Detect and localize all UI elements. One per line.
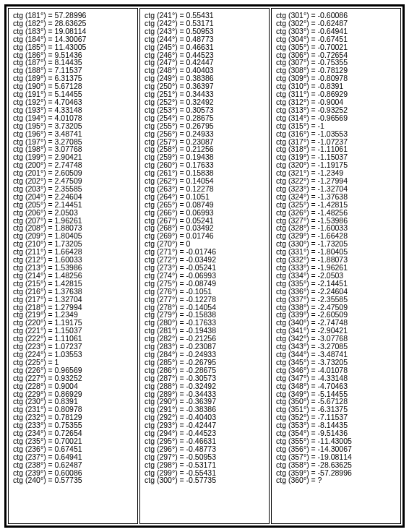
ctg-entry: ctg (305°) = -0.70021 — [276, 43, 396, 51]
ctg-entry: ctg (336°) = -2.24604 — [276, 288, 396, 296]
ctg-entry: ctg (185°) = 11.43005 — [13, 43, 133, 51]
column-3: ctg (301°) = -0.60086ctg (302°) = -0.624… — [271, 8, 401, 524]
ctg-entry: ctg (288°) = -0.32492 — [145, 382, 264, 390]
ctg-entry: ctg (255°) = 0.26795 — [145, 122, 264, 130]
ctg-entry: ctg (227°) = 0.93252 — [13, 374, 133, 382]
column-1: ctg (181°) = 57.28996ctg (182°) = 28.636… — [8, 8, 138, 524]
ctg-entry: ctg (245°) = 0.46631 — [145, 43, 264, 51]
ctg-entry: ctg (240°) = 0.57735 — [13, 476, 133, 484]
ctg-entry: ctg (217°) = 1.32704 — [13, 296, 133, 304]
ctg-entry: ctg (238°) = 0.62487 — [13, 461, 133, 469]
ctg-entry: ctg (256°) = 0.24933 — [145, 130, 264, 138]
ctg-entry: ctg (298°) = -0.53171 — [145, 461, 264, 469]
ctg-entry: ctg (326°) = -1.48256 — [276, 209, 396, 217]
ctg-entry: ctg (276°) = -0.1051 — [145, 288, 264, 296]
ctg-entry: ctg (184°) = 14.30067 — [13, 35, 133, 43]
ctg-entry: ctg (360°) = ? — [276, 476, 396, 484]
ctg-entry: ctg (287°) = -0.30573 — [145, 374, 264, 382]
ctg-entry: ctg (337°) = -2.35585 — [276, 296, 396, 304]
ctg-entry: ctg (277°) = -0.12278 — [145, 296, 264, 304]
column-2: ctg (241°) = 0.55431ctg (242°) = 0.53171… — [139, 8, 270, 524]
ctg-entry: ctg (348°) = -4.70463 — [276, 382, 396, 390]
ctg-entry: ctg (196°) = 3.48741 — [13, 130, 133, 138]
ctg-entry: ctg (347°) = -4.33148 — [276, 374, 396, 382]
ctg-entry: ctg (195°) = 3.73205 — [13, 122, 133, 130]
ctg-entry: ctg (266°) = 0.06993 — [145, 209, 264, 217]
ctg-entry: ctg (244°) = 0.48773 — [145, 35, 264, 43]
ctg-entry: ctg (228°) = 0.9004 — [13, 382, 133, 390]
ctg-entry: ctg (304°) = -0.67451 — [276, 35, 396, 43]
ctg-entry: ctg (315°) = -1 — [276, 122, 396, 130]
ctg-entry: ctg (216°) = 1.37638 — [13, 288, 133, 296]
ctg-entry: ctg (316°) = -1.03553 — [276, 130, 396, 138]
ctg-table: ctg (181°) = 57.28996ctg (182°) = 28.636… — [8, 8, 401, 524]
ctg-entry: ctg (300°) = -0.57735 — [145, 476, 264, 484]
ctg-entry: ctg (358°) = -28.63625 — [276, 461, 396, 469]
ctg-entry: ctg (206°) = 2.0503 — [13, 209, 133, 217]
